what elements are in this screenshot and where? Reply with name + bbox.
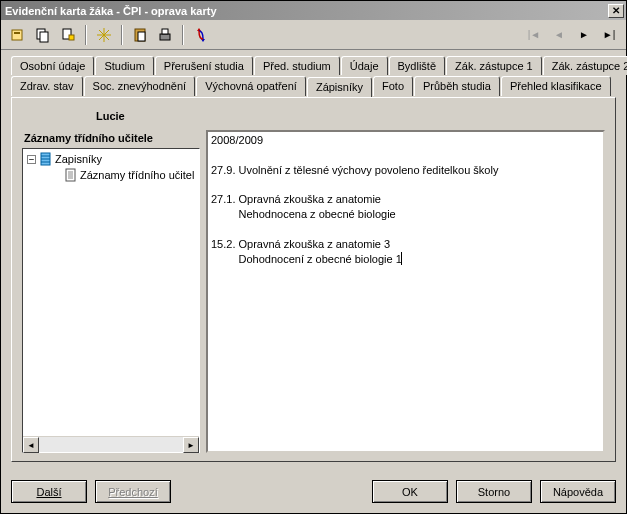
scroll-right-button[interactable]: ► — [183, 437, 199, 453]
tab-zak-zastupce-2[interactable]: Zák. zástupce 2 — [543, 56, 627, 75]
toolbar-separator — [121, 25, 123, 45]
tree-node-label: Záznamy třídního učitel — [80, 169, 194, 181]
tab-container: Osobní údaje Studium Přerušení studia Př… — [11, 56, 616, 95]
previous-button: Předchozí — [95, 480, 171, 503]
tab-bydliste[interactable]: Bydliště — [389, 56, 446, 75]
tab-osobni-udaje[interactable]: Osobní údaje — [11, 56, 94, 75]
svg-rect-18 — [66, 169, 75, 181]
svg-rect-12 — [160, 34, 170, 40]
tab-panel: Lucie Záznamy třídního učitele − Zapisní… — [11, 97, 616, 462]
button-bar: Další Předchozí OK Storno Nápověda — [1, 472, 626, 513]
svg-rect-13 — [162, 29, 168, 34]
content-area: Osobní údaje Studium Přerušení studia Př… — [1, 50, 626, 472]
tree-header: Záznamy třídního učitele — [22, 130, 200, 148]
notes-textarea[interactable]: 2008/2009 27.9. Uvolnění z tělesné výcho… — [206, 130, 605, 453]
svg-rect-3 — [40, 32, 48, 42]
notebook-icon — [39, 152, 52, 166]
document-icon — [64, 168, 77, 182]
nav-last-button[interactable]: ►| — [598, 24, 620, 46]
nav-next-button[interactable]: ► — [573, 24, 595, 46]
tree-node-root[interactable]: − Zapisníky — [25, 151, 199, 167]
svg-rect-11 — [138, 32, 145, 41]
toolbar-icon-3[interactable] — [57, 24, 79, 46]
tab-preruseni-studia[interactable]: Přerušení studia — [155, 56, 253, 75]
svg-rect-0 — [12, 30, 22, 40]
svg-rect-1 — [14, 32, 20, 34]
student-name: Lucie — [22, 106, 605, 130]
help-button[interactable]: Nápověda — [540, 480, 616, 503]
titlebar: Evidenční karta žáka - ČPI - oprava kart… — [1, 1, 626, 20]
tab-udaje[interactable]: Údaje — [341, 56, 388, 75]
tree-expander-icon[interactable]: − — [27, 155, 36, 164]
copy-icon[interactable] — [32, 24, 54, 46]
scroll-left-button[interactable]: ◄ — [23, 437, 39, 453]
tree-node-label: Zapisníky — [55, 153, 102, 165]
spark-icon[interactable] — [93, 24, 115, 46]
print-icon[interactable] — [154, 24, 176, 46]
tab-studium[interactable]: Studium — [95, 56, 153, 75]
tab-prehled-klasifikace[interactable]: Přehled klasifikace — [501, 76, 611, 96]
toolbar-separator — [182, 25, 184, 45]
scroll-track[interactable] — [39, 437, 183, 452]
tab-zak-zastupce-1[interactable]: Zák. zástupce 1 — [446, 56, 542, 75]
dialog-window: Evidenční karta žáka - ČPI - oprava kart… — [0, 0, 627, 514]
cancel-button[interactable]: Storno — [456, 480, 532, 503]
close-button[interactable]: ✕ — [608, 4, 624, 18]
next-button[interactable]: Další — [11, 480, 87, 503]
refresh-icon[interactable] — [190, 24, 212, 46]
toolbar-icon-1[interactable] — [7, 24, 29, 46]
tab-soc-znevyhodneni[interactable]: Soc. znevýhodnění — [84, 76, 196, 96]
nav-prev-button[interactable]: ◄ — [548, 24, 570, 46]
tab-vychovna-opatreni[interactable]: Výchovná opatření — [196, 76, 306, 96]
tree-node-child[interactable]: Záznamy třídního učitel — [25, 167, 199, 183]
tree-view[interactable]: − Zapisníky Záz — [23, 149, 199, 436]
text-caret — [401, 252, 402, 265]
tab-zapisniky[interactable]: Zápisníky — [307, 77, 372, 97]
toolbar: |◄ ◄ ► ►| — [1, 20, 626, 50]
tab-zdrav-stav[interactable]: Zdrav. stav — [11, 76, 83, 96]
tree-hscrollbar[interactable]: ◄ ► — [23, 436, 199, 452]
tab-pred-studium[interactable]: Před. studium — [254, 56, 340, 75]
tree-panel: Záznamy třídního učitele − Zapisníky — [22, 130, 200, 453]
toolbar-separator — [85, 25, 87, 45]
svg-rect-5 — [69, 35, 74, 40]
ok-button[interactable]: OK — [372, 480, 448, 503]
paste-icon[interactable] — [129, 24, 151, 46]
tab-prubeh-studia[interactable]: Průběh studia — [414, 76, 500, 96]
window-title: Evidenční karta žáka - ČPI - oprava kart… — [3, 5, 606, 17]
nav-first-button[interactable]: |◄ — [523, 24, 545, 46]
tab-foto[interactable]: Foto — [373, 76, 413, 96]
